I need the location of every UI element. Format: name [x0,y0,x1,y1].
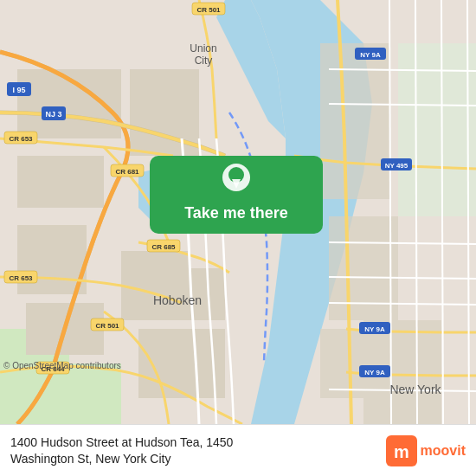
svg-rect-5 [69,363,121,424]
osm-attribution: © OpenStreetMap contributors [3,361,121,370]
svg-text:CR 681: CR 681 [115,168,139,176]
svg-text:CR 653: CR 653 [9,135,33,143]
svg-text:NY 9A: NY 9A [360,51,381,59]
svg-text:NJ 3: NJ 3 [45,110,61,119]
svg-text:CR 501: CR 501 [95,322,119,330]
svg-rect-15 [320,43,389,199]
svg-text:NY 495: NY 495 [385,162,408,170]
svg-text:NY 9A: NY 9A [364,325,385,333]
svg-text:Hoboken: Hoboken [153,293,202,307]
svg-text:I 95: I 95 [12,86,25,94]
svg-text:CR 501: CR 501 [196,6,221,14]
svg-rect-9 [17,225,87,294]
bottom-info-bar: 1400 Hudson Street at Hudson Tea, 1450Wa… [0,424,476,476]
svg-text:Take me there: Take me there [184,204,288,222]
svg-text:Union: Union [190,42,216,55]
moovit-text: moovit [421,443,466,459]
address-label: 1400 Hudson Street at Hudson Tea, 1450Wa… [10,434,377,466]
moovit-logo: m moovit [386,435,466,466]
map-view: I 95 NJ 3 CR 653 CR 681 CR 653 CR 685 CR… [0,0,476,424]
svg-text:NY 9A: NY 9A [364,369,385,376]
svg-text:CR 653: CR 653 [9,274,33,282]
svg-text:m: m [394,442,409,461]
moovit-icon: m [386,435,417,466]
svg-rect-18 [320,329,363,398]
svg-rect-8 [17,156,104,208]
svg-text:City: City [195,55,213,67]
svg-text:New York: New York [389,383,441,396]
svg-rect-16 [329,216,398,320]
svg-text:CR 685: CR 685 [151,243,176,251]
svg-rect-6 [398,43,476,216]
